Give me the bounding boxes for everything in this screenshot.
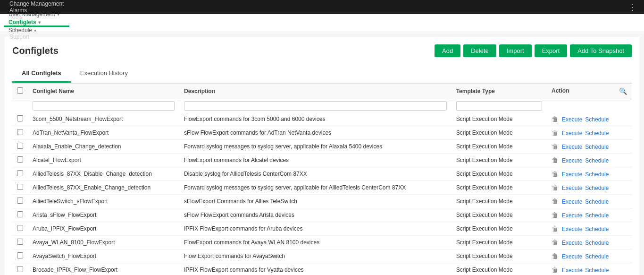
row-checkbox-0[interactable] — [17, 115, 23, 121]
row-execute-link-5[interactable]: Execute — [562, 185, 582, 191]
row-checkbox-1[interactable] — [17, 129, 23, 135]
row-schedule-link-0[interactable]: Schedule — [585, 116, 609, 123]
filter-template-input[interactable] — [456, 101, 542, 111]
row-schedule-link-9[interactable]: Schedule — [585, 240, 609, 246]
row-template-type-7: Script Execution Mode — [452, 208, 547, 222]
row-schedule-link-10[interactable]: Schedule — [585, 253, 609, 260]
table-row: Arista_sFlow_FlowExportsFlow FlowExport … — [12, 208, 632, 222]
row-schedule-link-7[interactable]: Schedule — [585, 212, 609, 219]
row-description-0: FlowExport commands for 3com 5000 and 60… — [179, 112, 452, 126]
sub-nav-item-schedule[interactable]: Schedule▾ — [4, 27, 69, 32]
row-schedule-link-6[interactable]: Schedule — [585, 198, 609, 205]
row-checkbox-6[interactable] — [17, 198, 23, 204]
row-delete-icon-7[interactable]: 🗑 — [552, 211, 558, 219]
row-execute-link-1[interactable]: Execute — [562, 130, 582, 137]
row-schedule-link-8[interactable]: Schedule — [585, 226, 609, 232]
tab-all-configlets[interactable]: All Configlets — [12, 65, 71, 83]
top-nav-item-support[interactable]: Support — [4, 34, 71, 40]
row-checkbox-cell-5 — [12, 181, 28, 195]
row-execute-link-3[interactable]: Execute — [562, 157, 582, 164]
row-template-type-11: Script Execution Mode — [452, 263, 547, 275]
row-description-6: sFlowExport Commands for Allies TeleSwit… — [179, 195, 452, 208]
row-execute-link-7[interactable]: Execute — [562, 212, 582, 219]
row-checkbox-cell-2 — [12, 140, 28, 154]
row-action-3: 🗑ExecuteSchedule — [547, 154, 632, 167]
row-checkbox-2[interactable] — [17, 143, 23, 149]
delete-button[interactable]: Delete — [463, 44, 496, 57]
row-checkbox-10[interactable] — [17, 252, 23, 258]
row-template-type-5: Script Execution Mode — [452, 181, 547, 195]
top-navigation: DashboardInventoryFirmware Vulnerability… — [0, 0, 644, 14]
sub-nav-arrow-schedule: ▾ — [34, 28, 36, 33]
row-checkbox-cell-11 — [12, 263, 28, 275]
tab-execution-history[interactable]: Execution History — [71, 65, 137, 83]
row-description-2: Forward syslog messages to syslog server… — [179, 140, 452, 154]
row-name-7: Arista_sFlow_FlowExport — [28, 208, 179, 222]
sub-nav-item-user-management[interactable]: User Management▾ — [4, 14, 69, 19]
row-schedule-link-1[interactable]: Schedule — [585, 130, 609, 137]
row-delete-icon-8[interactable]: 🗑 — [552, 225, 558, 232]
filter-name-input[interactable] — [33, 101, 175, 111]
table-row: Aruba_IPFIX_FlowExportIPFIX FlowExport c… — [12, 222, 632, 236]
export-button[interactable]: Export — [535, 44, 568, 57]
row-schedule-link-3[interactable]: Schedule — [585, 157, 609, 164]
row-execute-link-11[interactable]: Execute — [562, 267, 582, 274]
table-row: Brocade_IPFIX_Flow_FlowExportIPFIX FlowE… — [12, 263, 632, 275]
row-delete-icon-11[interactable]: 🗑 — [552, 266, 558, 274]
row-delete-icon-1[interactable]: 🗑 — [552, 129, 558, 137]
row-delete-icon-3[interactable]: 🗑 — [552, 156, 558, 164]
row-delete-icon-10[interactable]: 🗑 — [552, 252, 558, 260]
row-delete-icon-9[interactable]: 🗑 — [552, 239, 558, 246]
row-checkbox-3[interactable] — [17, 156, 23, 163]
row-delete-icon-6[interactable]: 🗑 — [552, 198, 558, 205]
row-checkbox-cell-4 — [12, 167, 28, 181]
sub-nav-item-configlets[interactable]: Configlets▾ — [4, 19, 69, 27]
row-checkbox-cell-0 — [12, 112, 28, 126]
row-description-10: Flow Export commands for AvayaSwitch — [179, 249, 452, 263]
filter-description-input[interactable] — [184, 101, 447, 111]
row-checkbox-4[interactable] — [17, 170, 23, 176]
more-options-icon[interactable]: ⋮ — [624, 2, 640, 12]
row-checkbox-8[interactable] — [17, 225, 23, 231]
row-checkbox-5[interactable] — [17, 184, 23, 190]
row-execute-link-2[interactable]: Execute — [562, 144, 582, 150]
row-execute-link-0[interactable]: Execute — [562, 116, 582, 123]
row-checkbox-11[interactable] — [17, 266, 23, 272]
table-row: 3com_5500_Netstream_FlowExportFlowExport… — [12, 112, 632, 126]
row-delete-icon-5[interactable]: 🗑 — [552, 184, 558, 191]
row-delete-icon-0[interactable]: 🗑 — [552, 115, 558, 123]
add-button[interactable]: Add — [435, 44, 460, 57]
row-checkbox-cell-6 — [12, 195, 28, 208]
sub-nav-arrow-configlets: ▾ — [38, 20, 41, 25]
table-search-icon[interactable]: 🔍 — [619, 87, 627, 95]
row-schedule-link-4[interactable]: Schedule — [585, 171, 609, 178]
row-execute-link-4[interactable]: Execute — [562, 171, 582, 178]
row-template-type-3: Script Execution Mode — [452, 154, 547, 167]
row-schedule-link-2[interactable]: Schedule — [585, 144, 609, 150]
row-delete-icon-4[interactable]: 🗑 — [552, 170, 558, 178]
row-name-8: Aruba_IPFIX_FlowExport — [28, 222, 179, 236]
row-name-5: AlliedTelesis_87XX_Enable_Change_detecti… — [28, 181, 179, 195]
row-delete-icon-2[interactable]: 🗑 — [552, 143, 558, 150]
import-button[interactable]: Import — [499, 44, 532, 57]
top-nav-item-change-management[interactable]: Change Management — [4, 0, 71, 7]
select-all-checkbox[interactable] — [17, 87, 23, 94]
row-checkbox-7[interactable] — [17, 211, 23, 217]
row-name-0: 3com_5500_Netstream_FlowExport — [28, 112, 179, 126]
row-execute-link-10[interactable]: Execute — [562, 253, 582, 260]
add-to-snapshot-button[interactable]: Add To Snapshot — [570, 44, 632, 57]
row-action-6: 🗑ExecuteSchedule — [547, 195, 632, 208]
row-template-type-9: Script Execution Mode — [452, 236, 547, 249]
page-header: Configlets AddDeleteImportExportAdd To S… — [12, 44, 632, 57]
row-execute-link-9[interactable]: Execute — [562, 240, 582, 246]
row-schedule-link-5[interactable]: Schedule — [585, 185, 609, 191]
row-execute-link-6[interactable]: Execute — [562, 198, 582, 205]
row-checkbox-9[interactable] — [17, 239, 23, 245]
row-action-2: 🗑ExecuteSchedule — [547, 140, 632, 154]
top-nav-item-alarms[interactable]: Alarms — [4, 7, 71, 14]
table-row: Alcatel_FlowExportFlowExport commands fo… — [12, 154, 632, 167]
filter-template-cell — [452, 99, 547, 113]
row-schedule-link-11[interactable]: Schedule — [585, 267, 609, 274]
row-name-3: Alcatel_FlowExport — [28, 154, 179, 167]
row-execute-link-8[interactable]: Execute — [562, 226, 582, 232]
